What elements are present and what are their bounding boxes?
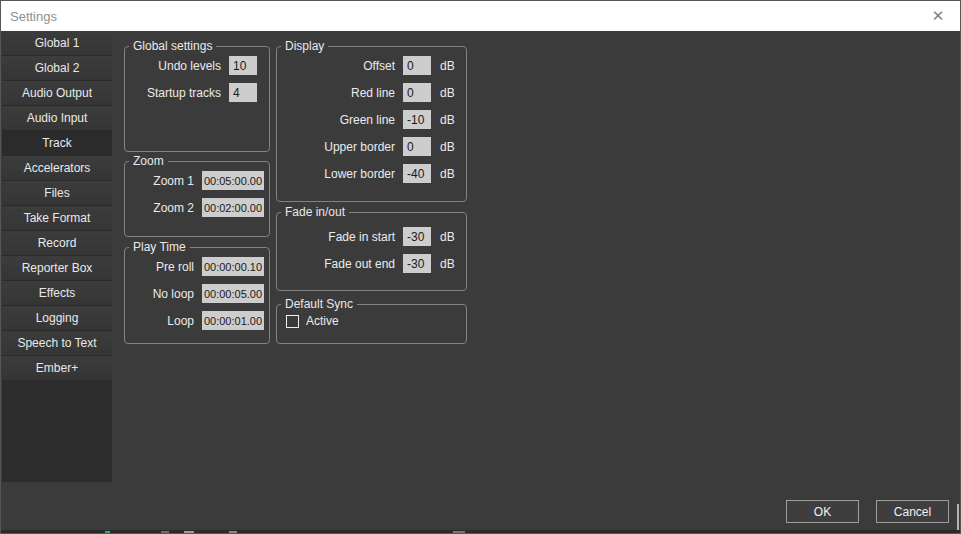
cancel-button[interactable]: Cancel [876, 500, 949, 523]
fade-in-start-unit-label: dB [440, 230, 456, 244]
sidebar-item-audio-output[interactable]: Audio Output [2, 81, 112, 106]
sidebar-item-global-1[interactable]: Global 1 [2, 31, 112, 56]
fade-in-start-label: Fade in start [328, 230, 395, 244]
close-icon[interactable]: ✕ [920, 1, 956, 31]
group-zoom-title: Zoom [129, 154, 168, 168]
settings-sidebar: Global 1 Global 2 Audio Output Audio Inp… [2, 31, 112, 482]
fade-out-end-input[interactable] [403, 254, 431, 273]
red-line-unit-label: dB [440, 86, 456, 100]
taskbar-speck [105, 531, 110, 533]
taskbar-speck [229, 531, 237, 533]
loop-label: Loop [167, 314, 194, 328]
fade-out-end-unit-label: dB [440, 257, 456, 271]
offset-unit-label: dB [440, 59, 456, 73]
sidebar-item-reporter-box[interactable]: Reporter Box [2, 256, 112, 281]
green-line-input[interactable] [403, 110, 431, 129]
pre-roll-label: Pre roll [156, 260, 194, 274]
sidebar-item-track[interactable]: Track [2, 131, 112, 156]
upper-border-input[interactable] [403, 137, 431, 156]
fade-in-start-input[interactable] [403, 227, 431, 246]
group-fade-in-out: Fade in/out Fade in start dB Fade out en… [276, 205, 467, 291]
sidebar-item-effects[interactable]: Effects [2, 281, 112, 306]
zoom-1-input[interactable] [202, 171, 264, 190]
taskbar-speck [161, 531, 169, 533]
offset-label: Offset [363, 59, 395, 73]
sidebar-item-ember[interactable]: Ember+ [2, 356, 112, 381]
group-global-settings-title: Global settings [129, 39, 216, 53]
startup-tracks-input[interactable] [229, 83, 257, 102]
sidebar-item-logging[interactable]: Logging [2, 306, 112, 331]
group-zoom: Zoom Zoom 1 Zoom 2 [124, 154, 270, 237]
group-default-sync-title: Default Sync [281, 297, 357, 311]
sidebar-item-take-format[interactable]: Take Format [2, 206, 112, 231]
group-play-time-title: Play Time [129, 240, 190, 254]
lower-border-input[interactable] [403, 164, 431, 183]
green-line-unit-label: dB [440, 113, 456, 127]
sidebar-item-global-2[interactable]: Global 2 [2, 56, 112, 81]
sidebar-item-accelerators[interactable]: Accelerators [2, 156, 112, 181]
undo-levels-input[interactable] [229, 56, 257, 75]
pre-roll-input[interactable] [202, 257, 264, 276]
title-bar: Settings ✕ [1, 1, 960, 31]
ok-button[interactable]: OK [786, 500, 859, 523]
sidebar-item-record[interactable]: Record [2, 231, 112, 256]
fade-out-end-label: Fade out end [324, 257, 395, 271]
lower-border-label: Lower border [324, 167, 395, 181]
zoom-2-label: Zoom 2 [153, 201, 194, 215]
loop-input[interactable] [202, 311, 264, 330]
group-fade-title: Fade in/out [281, 205, 349, 219]
sidebar-item-audio-input[interactable]: Audio Input [2, 106, 112, 131]
taskbar-speck [453, 531, 465, 533]
group-display: Display Offset dB Red line dB Green line… [276, 39, 467, 202]
active-checkbox[interactable] [286, 315, 299, 328]
upper-border-label: Upper border [324, 140, 395, 154]
startup-tracks-label: Startup tracks [147, 86, 221, 100]
red-line-label: Red line [351, 86, 395, 100]
group-global-settings: Global settings Undo levels Startup trac… [124, 39, 270, 152]
taskbar-speck [184, 531, 194, 533]
group-play-time: Play Time Pre roll No loop Loop [124, 240, 270, 344]
zoom-1-label: Zoom 1 [153, 174, 194, 188]
green-line-label: Green line [340, 113, 395, 127]
undo-levels-label: Undo levels [158, 59, 221, 73]
bottom-edge-strip [1, 530, 960, 533]
active-checkbox-label: Active [306, 314, 339, 328]
red-line-input[interactable] [403, 83, 431, 102]
offset-input[interactable] [403, 56, 431, 75]
sidebar-item-files[interactable]: Files [2, 181, 112, 206]
group-display-title: Display [281, 39, 328, 53]
window-title: Settings [1, 9, 57, 24]
group-default-sync: Default Sync Active [276, 297, 467, 344]
lower-border-unit-label: dB [440, 167, 456, 181]
settings-dialog: Settings ✕ Global 1 Global 2 Audio Outpu… [0, 0, 961, 534]
upper-border-unit-label: dB [440, 140, 456, 154]
sidebar-item-speech-to-text[interactable]: Speech to Text [2, 331, 112, 356]
no-loop-label: No loop [153, 287, 194, 301]
zoom-2-input[interactable] [202, 198, 264, 217]
background-window-sliver [957, 504, 959, 530]
no-loop-input[interactable] [202, 284, 264, 303]
